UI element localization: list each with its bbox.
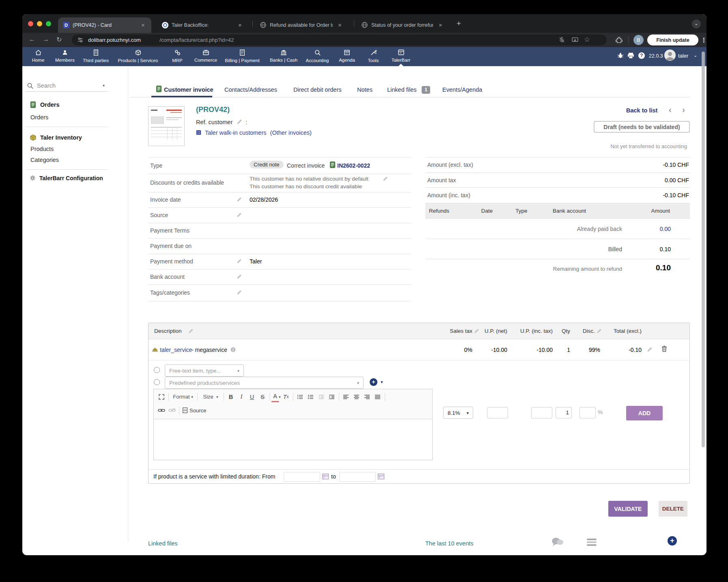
edit-pencil-icon[interactable] [237,197,242,202]
new-tab-button[interactable]: + [457,19,461,28]
delete-button[interactable]: DELETE [659,501,687,517]
strikethrough-icon[interactable]: S [257,392,268,402]
chat-bubbles-icon[interactable] [551,537,564,548]
predefined-products-select[interactable]: Predefined products/services ▾ [165,377,364,389]
free-text-select[interactable]: Free-text item, type... ▾ [165,364,244,377]
minimize-window-button[interactable] [37,21,42,26]
add-event-plus-icon[interactable]: + [668,536,677,545]
calendar-icon[interactable] [378,473,384,479]
prev-record-icon[interactable]: ‹ [669,105,672,114]
forward-icon[interactable]: → [43,36,49,43]
other-invoices-link[interactable]: (Other invoices) [270,129,312,136]
back-icon[interactable]: ← [29,36,35,43]
justify-icon[interactable] [373,392,383,402]
edit-pencil-icon[interactable] [237,290,242,295]
list-view-icon[interactable] [587,539,597,546]
plus-menu-chevron-icon[interactable]: ▾ [381,379,383,385]
user-menu[interactable]: taler [678,53,688,59]
product-link[interactable]: taler_service [160,347,192,353]
close-window-button[interactable] [28,21,33,26]
increase-indent-icon[interactable] [327,392,337,402]
free-text-radio[interactable] [154,367,160,373]
nav-tools[interactable]: Tools [361,50,386,63]
nav-mrp[interactable]: MRP [165,50,190,63]
close-tab-icon[interactable]: × [141,22,145,28]
nav-third-parties[interactable]: Third parties [77,50,115,63]
print-icon[interactable] [627,52,634,60]
nav-billing-payment[interactable]: Billing | Payment [220,50,265,63]
nav-home[interactable]: Home [26,50,50,63]
edit-pencil-icon[interactable] [597,328,602,334]
calendar-icon[interactable] [322,473,329,479]
align-center-icon[interactable] [351,392,362,402]
zoom-window-button[interactable] [46,21,51,26]
format-dropdown[interactable]: Format ▾ [170,392,196,402]
link-icon[interactable] [156,405,167,415]
unlink-icon[interactable] [167,405,177,415]
align-left-icon[interactable] [341,392,351,402]
edit-pencil-icon[interactable] [237,212,242,218]
qty-input[interactable]: 1 [556,407,572,418]
nav-commerce[interactable]: Commerce [190,50,222,63]
edit-pencil-icon[interactable] [237,119,242,125]
tab-search-chevron[interactable]: ⌄ [692,19,701,28]
back-to-list-link[interactable]: Back to list [626,107,657,114]
edit-pencil-icon[interactable] [383,176,388,181]
nav-members[interactable]: Members [51,50,79,63]
install-icon[interactable] [572,37,578,43]
search-dropdown-caret-icon[interactable]: ▾ [103,83,105,88]
close-tab-icon[interactable]: × [439,22,442,28]
date-to-input[interactable] [339,472,376,482]
finish-update-button[interactable]: Finish update [647,34,698,45]
text-color-icon[interactable]: A [271,391,279,402]
nav-products-services[interactable]: Products | Services [112,50,164,63]
user-chevron-down-icon[interactable]: ⌄ [694,53,697,58]
ordered-list-icon[interactable] [295,392,306,402]
debug-bug-icon[interactable] [617,52,624,60]
tab-contacts-addresses[interactable]: Contacts/Addresses [224,86,277,93]
bold-icon[interactable]: B [226,392,236,402]
underline-icon[interactable]: U [247,392,257,402]
bookmark-star-icon[interactable]: ☆ [584,35,590,44]
sidebar-item-products[interactable]: Products [30,146,54,152]
sidebar-item-orders[interactable]: Orders [30,114,48,121]
source-button[interactable]: Source [181,405,208,415]
add-product-plus-icon[interactable]: + [370,378,377,386]
already-paid-value[interactable]: 0.00 [608,226,671,232]
tab-linked-files[interactable]: Linked files [387,86,417,93]
nav-banks-cash[interactable]: Banks | Cash [264,50,303,63]
help-icon[interactable]: ? [638,52,645,59]
validate-button[interactable]: VALIDATE [608,501,648,517]
size-dropdown[interactable]: Size ▾ [199,392,222,402]
browser-menu-kebab-icon[interactable]: ⋮ [701,37,706,44]
mic-blocked-icon[interactable] [559,37,565,43]
correct-invoice-link[interactable]: IN2602-0022 [337,162,370,169]
close-tab-icon[interactable]: × [338,22,342,28]
tab-customer-invoice[interactable]: Customer invoice [164,86,213,93]
discount-input[interactable] [579,407,596,418]
up-net-input[interactable] [487,407,508,418]
browser-tab-active[interactable]: D (PROV42) - Card × [58,17,151,33]
browser-tab[interactable]: Status of your order forrefund × [356,17,452,33]
edit-pencil-icon[interactable] [237,259,242,264]
search-input[interactable]: Search [37,82,56,89]
linked-files-heading[interactable]: Linked files [148,540,178,547]
browser-tab[interactable]: Refund available for Order to × [254,17,352,33]
delete-line-trash-icon[interactable] [661,345,667,352]
edit-pencil-icon[interactable] [188,328,194,334]
edit-pencil-icon[interactable] [237,274,242,279]
up-inc-input[interactable] [531,407,552,418]
browser-tab[interactable]: Taler Backoffice: × [157,17,250,33]
nav-accounting[interactable]: Accounting [300,50,334,63]
sidebar-item-talerbarr-configuration[interactable]: TalerBarr Configuration [39,175,103,181]
edit-line-pencil-icon[interactable] [647,347,653,352]
reload-icon[interactable]: ↻ [56,36,62,43]
extensions-icon[interactable] [616,37,622,43]
sidebar-item-categories[interactable]: Categories [30,157,59,163]
invoice-thumbnail[interactable] [148,106,185,146]
tab-events-agenda[interactable]: Events/Agenda [442,86,482,93]
add-line-button[interactable]: ADD [626,406,663,420]
remove-format-icon[interactable]: Tx [281,392,291,402]
next-record-icon[interactable]: › [682,105,685,114]
tab-direct-debit-orders[interactable]: Direct debit orders [293,86,341,93]
